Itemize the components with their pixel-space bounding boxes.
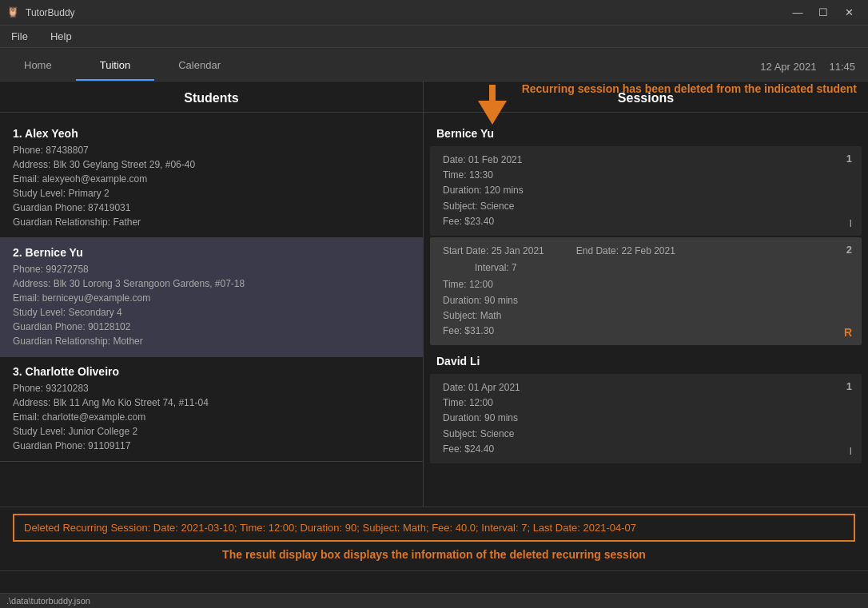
student-detail-2: Phone: 99272758 Address: Blk 30 Lorong 3… <box>13 262 410 348</box>
session-indicator-david-1: I <box>849 445 852 457</box>
result-text: Deleted Recurring Session: Date: 2021-03… <box>24 522 636 534</box>
status-path: .\data\tutorbuddy.json <box>6 596 90 606</box>
student-item-3[interactable]: 3. Charlotte Oliveiro Phone: 93210283 Ad… <box>0 357 423 462</box>
session-item-david-1[interactable]: 1 Date: 01 Apr 2021 Time: 12:00 Duration… <box>430 374 862 463</box>
session-badge-1: 1 <box>846 153 852 165</box>
session-student-david: David Li <box>424 347 868 372</box>
student-name-1: 1. Alex Yeoh <box>13 127 410 140</box>
result-box: Deleted Recurring Session: Date: 2021-03… <box>13 514 855 542</box>
session-student-bernice: Bernice Yu <box>424 119 868 145</box>
session-detail-bernice-1: Date: 01 Feb 2021 Time: 13:30 Duration: … <box>443 153 849 229</box>
student-item-2[interactable]: 2. Bernice Yu Phone: 99272758 Address: B… <box>0 238 423 357</box>
bottom-annotation: The result display box displays the info… <box>13 542 855 564</box>
session-badge-2: 2 <box>846 244 852 256</box>
student-name-3: 3. Charlotte Oliveiro <box>13 365 410 378</box>
sessions-panel: Sessions Bernice Yu 1 Date: 01 Feb 2021 … <box>424 81 868 507</box>
session-item-bernice-1[interactable]: 1 Date: 01 Feb 2021 Time: 13:30 Duration… <box>430 146 862 236</box>
sessions-header: Sessions <box>424 81 868 113</box>
command-input[interactable] <box>6 576 862 588</box>
time-display: 11:45 <box>829 61 855 73</box>
student-detail-1: Phone: 87438807 Address: Blk 30 Geylang … <box>13 143 410 229</box>
maximize-button[interactable]: ☐ <box>810 2 836 24</box>
menu-help[interactable]: Help <box>46 29 77 44</box>
sessions-list: Bernice Yu 1 Date: 01 Feb 2021 Time: 13:… <box>424 113 868 507</box>
title-bar: 🦉 TutorBuddy — ☐ ✕ <box>0 0 868 26</box>
tab-tuition[interactable]: Tuition <box>76 50 155 81</box>
command-area <box>0 570 868 593</box>
session-indicator-2: R <box>844 326 852 339</box>
session-indicator-1: I <box>849 217 852 229</box>
session-detail-bernice-2: Start Date: 25 Jan 2021 End Date: 22 Feb… <box>443 244 849 339</box>
minimize-button[interactable]: — <box>785 2 810 24</box>
app-title: TutorBuddy <box>26 7 75 18</box>
menu-file[interactable]: File <box>6 29 33 44</box>
tab-calendar[interactable]: Calendar <box>154 50 245 81</box>
students-list: 1. Alex Yeoh Phone: 87438807 Address: Bl… <box>0 113 423 507</box>
student-item-1[interactable]: 1. Alex Yeoh Phone: 87438807 Address: Bl… <box>0 119 423 238</box>
title-bar-controls: — ☐ ✕ <box>785 2 862 24</box>
tab-home[interactable]: Home <box>0 50 76 81</box>
students-panel: Students 1. Alex Yeoh Phone: 87438807 Ad… <box>0 81 424 507</box>
students-header: Students <box>0 81 423 113</box>
close-button[interactable]: ✕ <box>836 2 862 24</box>
student-detail-3: Phone: 93210283 Address: Blk 11 Ang Mo K… <box>13 381 410 453</box>
menu-bar: File Help <box>0 26 868 48</box>
title-bar-left: 🦉 TutorBuddy <box>6 6 75 20</box>
session-item-bernice-2[interactable]: 2 Start Date: 25 Jan 2021 End Date: 22 F… <box>430 237 862 345</box>
session-badge-david-1: 1 <box>846 380 852 392</box>
session-detail-david-1: Date: 01 Apr 2021 Time: 12:00 Duration: … <box>443 380 849 457</box>
app-icon: 🦉 <box>6 6 21 20</box>
student-name-2: 2. Bernice Yu <box>13 246 410 259</box>
date-display: 12 Apr 2021 <box>760 61 816 73</box>
main-content: Students 1. Alex Yeoh Phone: 87438807 Ad… <box>0 81 868 507</box>
tab-datetime: 12 Apr 2021 11:45 <box>760 61 855 81</box>
bottom-area: Deleted Recurring Session: Date: 2021-03… <box>0 507 868 570</box>
tab-bar: Home Tuition Calendar 12 Apr 2021 11:45 <box>0 48 868 81</box>
status-bar: .\data\tutorbuddy.json <box>0 593 868 608</box>
